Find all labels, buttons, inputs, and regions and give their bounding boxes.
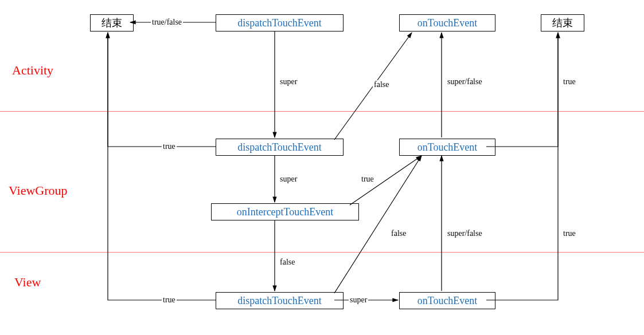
edge-v-dispatch-vg-ontouch: false: [390, 229, 407, 238]
edge-vg-ontouch-end2: true: [562, 77, 577, 86]
svg-line-7: [334, 156, 421, 293]
edge-vg-dispatch-end: true: [162, 142, 177, 151]
edge-act-dispatch-end: true/false: [151, 18, 183, 27]
edge-vg-intercept-vg-ontouch: true: [360, 175, 375, 184]
edge-v-ontouch-end2: true: [562, 229, 577, 238]
edge-act-dispatch-vg: super: [279, 77, 298, 86]
edge-vg-dispatch-intercept: super: [279, 175, 298, 184]
edge-vg-ontouch-act-ontouch: super/false: [446, 77, 483, 86]
edge-v-dispatch-end: true: [162, 295, 177, 305]
edge-vg-intercept-v-dispatch: false: [279, 258, 296, 267]
edge-vg-dispatch-act-ontouch: false: [373, 80, 390, 89]
edge-v-ontouch-vg-ontouch: super/false: [446, 229, 483, 238]
edge-v-dispatch-v-ontouch: super: [349, 295, 368, 305]
edges-svg: [0, 0, 644, 335]
